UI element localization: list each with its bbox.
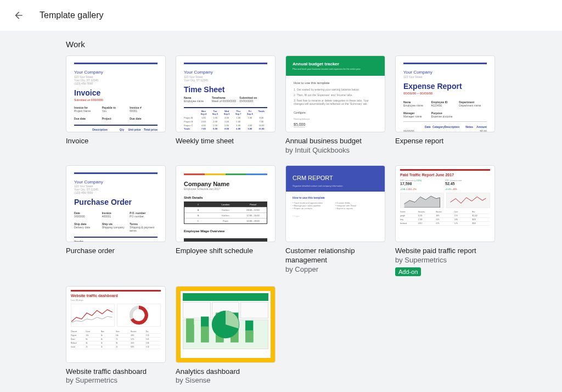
- template-title: Analytics dashboard: [176, 367, 276, 377]
- preview-company: Your Company: [184, 70, 267, 75]
- preview-sub: Employee Schedule Jan 2017: [184, 187, 267, 191]
- template-card-crm[interactable]: CRM REPORT Organize detailed contact and…: [285, 165, 385, 276]
- preview-amount: $5,000: [294, 122, 305, 127]
- preview-heading: Purchase Order: [74, 198, 158, 207]
- template-title: Expense report: [395, 137, 495, 146]
- preview-heading: Company Name: [184, 181, 267, 187]
- preview-heading: CRM REPORT: [293, 175, 378, 181]
- template-title: Website paid traffic report: [395, 247, 495, 256]
- template-byline: by Supermetrics: [395, 256, 495, 265]
- template-card-purchase-order[interactable]: Your Company 123 Your StreetYour City, S…: [66, 165, 166, 276]
- page-title: Template gallery: [40, 10, 104, 20]
- template-thumbnail: [176, 286, 276, 363]
- preview-subline: Submitted on 0/00/0000: [74, 98, 158, 102]
- template-card-invoice[interactable]: Your Company 123 Your StreetYour City, S…: [66, 55, 166, 155]
- template-byline: by Copper: [285, 265, 385, 275]
- main-content: Work Your Company 123 Your StreetYour Ci…: [0, 31, 562, 392]
- template-card-paid-traffic[interactable]: Paid Traffic Report June 2017 PPC sessio…: [395, 165, 495, 276]
- template-grid: Your Company 123 Your StreetYour City, S…: [66, 55, 496, 385]
- header: Template gallery: [0, 0, 562, 31]
- preview-config: Configure: [294, 111, 377, 114]
- template-card-shift-schedule[interactable]: Company Name Employee Schedule Jan 2017 …: [176, 165, 276, 276]
- template-card-traffic-dashboard[interactable]: Website traffic dashboard Last 30 days C…: [66, 286, 166, 386]
- preview-company: Your Company: [74, 180, 158, 185]
- template-byline: by Sisense: [176, 376, 276, 385]
- template-card-timesheet[interactable]: Your Company 123 Your StreetYour City, S…: [176, 55, 276, 155]
- template-card-analytics[interactable]: Analytics dashboard by Sisense: [176, 286, 276, 386]
- template-card-expense[interactable]: Your Company 123 Your Street Expense Rep…: [395, 55, 495, 155]
- template-thumbnail: Your Company 123 Your StreetYour City, S…: [66, 165, 166, 242]
- template-title: Website traffic dashboard: [66, 367, 166, 377]
- template-title: Annual business budget: [285, 137, 385, 146]
- template-thumbnail: Your Company 123 Your StreetYour City, S…: [176, 55, 276, 132]
- preview-how: How to use this template: [293, 196, 378, 199]
- preview-heading: Paid Traffic Report June 2017: [400, 173, 490, 177]
- template-thumbnail: Your Company 123 Your StreetYour City, S…: [66, 55, 166, 132]
- preview-subline: 00/00/00 – 00/00/00: [403, 92, 487, 96]
- template-card-budget[interactable]: Annual budget tracker Plan and track you…: [285, 55, 385, 155]
- preview-heading: Invoice: [74, 88, 158, 98]
- template-title: Purchase order: [66, 247, 166, 256]
- preview-company: Your Company: [74, 70, 158, 75]
- preview-company: Your Company: [403, 70, 487, 75]
- preview-heading: Annual budget tracker: [293, 61, 378, 66]
- template-thumbnail: Annual budget tracker Plan and track you…: [285, 55, 385, 132]
- template-byline: by Intuit Quickbooks: [285, 146, 385, 155]
- preview-heading: Time Sheet: [184, 85, 267, 94]
- template-thumbnail: CRM REPORT Organize detailed contact and…: [285, 165, 385, 242]
- template-title: Invoice: [66, 137, 166, 146]
- template-title: Customer relationship management: [285, 247, 385, 265]
- template-thumbnail: Paid Traffic Report June 2017 PPC sessio…: [395, 165, 495, 242]
- preview-heading: Expense Report: [403, 82, 487, 91]
- template-byline: by Supermetrics: [66, 376, 166, 385]
- preview-heading: Website traffic dashboard: [71, 294, 161, 298]
- template-thumbnail: Website traffic dashboard Last 30 days C…: [66, 286, 166, 363]
- template-thumbnail: Company Name Employee Schedule Jan 2017 …: [176, 165, 276, 242]
- addon-badge: Add-on: [395, 267, 421, 276]
- template-title: Employee shift schedule: [176, 247, 276, 256]
- template-thumbnail: Your Company 123 Your Street Expense Rep…: [395, 55, 495, 132]
- template-title: Weekly time sheet: [176, 137, 276, 146]
- preview-how: How to use this template: [294, 81, 377, 85]
- section-title: Work: [66, 40, 496, 49]
- back-arrow-icon[interactable]: [13, 10, 24, 21]
